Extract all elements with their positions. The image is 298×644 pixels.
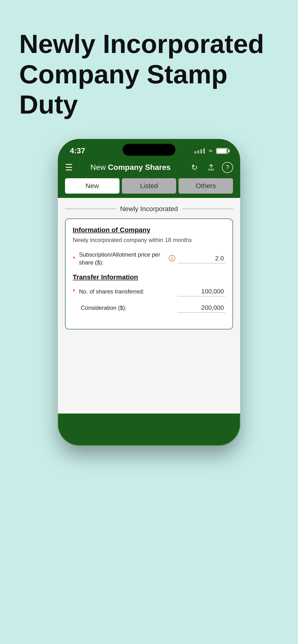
tab-new[interactable]: New bbox=[65, 178, 119, 194]
form-card: Information of Company Newly incorporate… bbox=[65, 218, 233, 330]
tab-others[interactable]: Others bbox=[179, 178, 233, 194]
tab-listed[interactable]: Listed bbox=[122, 178, 176, 194]
phone-container: 4:37 ≈ ☰ New Company Shares ↻ bbox=[0, 139, 298, 446]
section-divider: Newly Incorporated bbox=[65, 205, 233, 213]
help-button[interactable]: ? bbox=[222, 162, 233, 173]
subscription-price-field: * Subscription/Allotment price per share… bbox=[73, 250, 225, 267]
consideration-field: Consideration ($): bbox=[73, 303, 225, 313]
shares-transferred-label: No. of shares transferred: bbox=[79, 288, 175, 296]
status-time: 4:37 bbox=[70, 146, 85, 155]
required-indicator-2: * bbox=[73, 288, 75, 295]
phone-mockup: 4:37 ≈ ☰ New Company Shares ↻ bbox=[58, 139, 240, 446]
transfer-info-heading: Transfer Information bbox=[73, 273, 225, 281]
hamburger-menu-icon[interactable]: ☰ bbox=[65, 162, 73, 172]
company-info-section: Information of Company Newly incorporate… bbox=[73, 226, 225, 267]
status-icons: ≈ bbox=[195, 147, 228, 155]
main-page-title: Newly Incorporated Company Stamp Duty bbox=[19, 29, 279, 120]
company-info-subtitle: Newly incorporated company within 18 mon… bbox=[73, 237, 225, 244]
app-title: New Company Shares bbox=[77, 163, 184, 172]
subscription-price-input[interactable] bbox=[177, 254, 225, 263]
signal-icon bbox=[195, 148, 205, 154]
subscription-price-input-wrapper bbox=[177, 254, 225, 263]
shares-transferred-field: * No. of shares transferred: bbox=[73, 287, 225, 296]
share-button[interactable] bbox=[205, 162, 217, 174]
required-indicator-1: * bbox=[73, 255, 75, 262]
section-divider-text: Newly Incorporated bbox=[120, 205, 178, 213]
company-info-heading: Information of Company bbox=[73, 226, 225, 234]
consideration-label: Consideration ($): bbox=[81, 304, 175, 312]
subscription-price-label: Subscription/Allotment price per share (… bbox=[79, 250, 164, 267]
battery-icon bbox=[216, 148, 228, 154]
dynamic-island bbox=[123, 144, 175, 156]
divider-line-left bbox=[65, 209, 116, 209]
wifi-icon: ≈ bbox=[209, 147, 212, 155]
page-title-area: Newly Incorporated Company Stamp Duty bbox=[0, 0, 298, 134]
shares-transferred-input-wrapper bbox=[177, 287, 225, 296]
shares-transferred-input[interactable] bbox=[177, 287, 225, 296]
info-icon-1[interactable]: ⓘ bbox=[169, 254, 175, 263]
content-area: Newly Incorporated Information of Compan… bbox=[58, 198, 240, 414]
transfer-info-section: Transfer Information * No. of shares tra… bbox=[73, 273, 225, 313]
consideration-input-wrapper bbox=[177, 303, 225, 313]
divider-line-right bbox=[182, 209, 233, 209]
refresh-button[interactable]: ↻ bbox=[188, 162, 200, 174]
consideration-input[interactable] bbox=[177, 303, 225, 313]
tab-bar: New Listed Others bbox=[58, 178, 240, 198]
header-actions: ↻ ? bbox=[188, 162, 233, 174]
app-header: ☰ New Company Shares ↻ ? bbox=[58, 158, 240, 178]
